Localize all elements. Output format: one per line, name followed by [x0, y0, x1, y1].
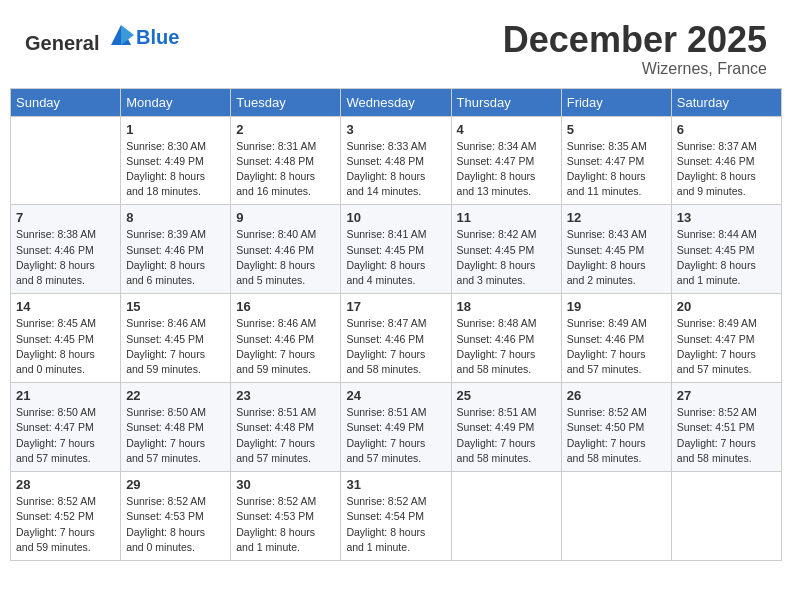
calendar-cell: 19Sunrise: 8:49 AMSunset: 4:46 PMDayligh… — [561, 294, 671, 383]
day-info-line: Sunset: 4:54 PM — [346, 510, 424, 522]
day-info-line: Sunset: 4:46 PM — [346, 333, 424, 345]
day-info-line: and 1 minute. — [236, 541, 300, 553]
day-info-line: and 59 minutes. — [126, 363, 201, 375]
day-number: 20 — [677, 299, 776, 314]
day-info: Sunrise: 8:39 AMSunset: 4:46 PMDaylight:… — [126, 227, 225, 288]
day-number: 14 — [16, 299, 115, 314]
calendar-cell: 10Sunrise: 8:41 AMSunset: 4:45 PMDayligh… — [341, 205, 451, 294]
calendar-cell: 11Sunrise: 8:42 AMSunset: 4:45 PMDayligh… — [451, 205, 561, 294]
day-info: Sunrise: 8:31 AMSunset: 4:48 PMDaylight:… — [236, 139, 335, 200]
day-number: 26 — [567, 388, 666, 403]
day-info: Sunrise: 8:49 AMSunset: 4:47 PMDaylight:… — [677, 316, 776, 377]
day-info-line: Sunset: 4:49 PM — [126, 155, 204, 167]
calendar-cell — [11, 116, 121, 205]
day-info-line: Sunset: 4:46 PM — [457, 333, 535, 345]
day-info-line: Daylight: 7 hours — [236, 437, 315, 449]
day-info-line: and 57 minutes. — [677, 363, 752, 375]
day-info-line: Sunrise: 8:49 AM — [567, 317, 647, 329]
day-info-line: and 1 minute. — [677, 274, 741, 286]
day-info-line: and 13 minutes. — [457, 185, 532, 197]
day-info-line: and 57 minutes. — [126, 452, 201, 464]
day-info: Sunrise: 8:34 AMSunset: 4:47 PMDaylight:… — [457, 139, 556, 200]
day-info-line: and 5 minutes. — [236, 274, 305, 286]
day-info: Sunrise: 8:52 AMSunset: 4:52 PMDaylight:… — [16, 494, 115, 555]
day-info: Sunrise: 8:52 AMSunset: 4:53 PMDaylight:… — [236, 494, 335, 555]
day-number: 27 — [677, 388, 776, 403]
day-info-line: Daylight: 8 hours — [346, 526, 425, 538]
day-number: 31 — [346, 477, 445, 492]
day-info: Sunrise: 8:51 AMSunset: 4:49 PMDaylight:… — [346, 405, 445, 466]
weekday-header: Tuesday — [231, 88, 341, 116]
day-info-line: Sunrise: 8:48 AM — [457, 317, 537, 329]
calendar-cell: 30Sunrise: 8:52 AMSunset: 4:53 PMDayligh… — [231, 472, 341, 561]
day-info-line: and 58 minutes. — [677, 452, 752, 464]
day-info-line: Sunset: 4:51 PM — [677, 421, 755, 433]
day-info-line: Sunrise: 8:50 AM — [126, 406, 206, 418]
day-info-line: and 59 minutes. — [16, 541, 91, 553]
day-info-line: Sunrise: 8:51 AM — [346, 406, 426, 418]
day-info: Sunrise: 8:52 AMSunset: 4:54 PMDaylight:… — [346, 494, 445, 555]
day-info-line: Daylight: 8 hours — [126, 259, 205, 271]
day-info-line: Daylight: 8 hours — [126, 526, 205, 538]
day-info-line: Sunset: 4:45 PM — [126, 333, 204, 345]
weekday-header-row: SundayMondayTuesdayWednesdayThursdayFrid… — [11, 88, 782, 116]
day-info-line: and 57 minutes. — [16, 452, 91, 464]
day-info-line: Sunrise: 8:52 AM — [16, 495, 96, 507]
day-number: 15 — [126, 299, 225, 314]
day-info-line: Daylight: 7 hours — [457, 348, 536, 360]
day-info-line: and 58 minutes. — [567, 452, 642, 464]
day-info-line: Daylight: 7 hours — [126, 437, 205, 449]
calendar-cell: 25Sunrise: 8:51 AMSunset: 4:49 PMDayligh… — [451, 383, 561, 472]
day-info-line: and 16 minutes. — [236, 185, 311, 197]
day-info-line: and 14 minutes. — [346, 185, 421, 197]
day-info-line: Sunrise: 8:46 AM — [126, 317, 206, 329]
day-info-line: Sunset: 4:53 PM — [126, 510, 204, 522]
logo-icon — [106, 20, 136, 50]
calendar-cell: 13Sunrise: 8:44 AMSunset: 4:45 PMDayligh… — [671, 205, 781, 294]
day-info: Sunrise: 8:48 AMSunset: 4:46 PMDaylight:… — [457, 316, 556, 377]
day-info-line: Sunrise: 8:45 AM — [16, 317, 96, 329]
calendar-cell: 20Sunrise: 8:49 AMSunset: 4:47 PMDayligh… — [671, 294, 781, 383]
day-info-line: Daylight: 8 hours — [236, 259, 315, 271]
day-info-line: Sunset: 4:47 PM — [16, 421, 94, 433]
calendar-cell: 26Sunrise: 8:52 AMSunset: 4:50 PMDayligh… — [561, 383, 671, 472]
day-info-line: Daylight: 7 hours — [346, 437, 425, 449]
day-number: 17 — [346, 299, 445, 314]
day-info-line: Sunrise: 8:43 AM — [567, 228, 647, 240]
calendar-table: SundayMondayTuesdayWednesdayThursdayFrid… — [10, 88, 782, 561]
day-number: 25 — [457, 388, 556, 403]
weekday-header: Wednesday — [341, 88, 451, 116]
day-info-line: Sunrise: 8:52 AM — [677, 406, 757, 418]
calendar-week-row: 7Sunrise: 8:38 AMSunset: 4:46 PMDaylight… — [11, 205, 782, 294]
day-number: 22 — [126, 388, 225, 403]
day-info-line: Daylight: 8 hours — [457, 259, 536, 271]
day-info-line: and 0 minutes. — [16, 363, 85, 375]
day-number: 2 — [236, 122, 335, 137]
calendar-cell: 6Sunrise: 8:37 AMSunset: 4:46 PMDaylight… — [671, 116, 781, 205]
day-info-line: Sunrise: 8:50 AM — [16, 406, 96, 418]
day-info-line: Sunset: 4:47 PM — [457, 155, 535, 167]
calendar-cell — [451, 472, 561, 561]
day-info-line: Daylight: 8 hours — [677, 259, 756, 271]
day-number: 10 — [346, 210, 445, 225]
day-info: Sunrise: 8:33 AMSunset: 4:48 PMDaylight:… — [346, 139, 445, 200]
weekday-header: Sunday — [11, 88, 121, 116]
day-info-line: Sunrise: 8:33 AM — [346, 140, 426, 152]
day-info-line: Daylight: 8 hours — [16, 348, 95, 360]
day-info: Sunrise: 8:46 AMSunset: 4:46 PMDaylight:… — [236, 316, 335, 377]
day-info: Sunrise: 8:38 AMSunset: 4:46 PMDaylight:… — [16, 227, 115, 288]
calendar-cell: 8Sunrise: 8:39 AMSunset: 4:46 PMDaylight… — [121, 205, 231, 294]
calendar-cell: 14Sunrise: 8:45 AMSunset: 4:45 PMDayligh… — [11, 294, 121, 383]
day-info-line: and 57 minutes. — [346, 452, 421, 464]
day-info: Sunrise: 8:40 AMSunset: 4:46 PMDaylight:… — [236, 227, 335, 288]
day-number: 8 — [126, 210, 225, 225]
calendar-cell: 3Sunrise: 8:33 AMSunset: 4:48 PMDaylight… — [341, 116, 451, 205]
day-info: Sunrise: 8:45 AMSunset: 4:45 PMDaylight:… — [16, 316, 115, 377]
calendar-cell: 12Sunrise: 8:43 AMSunset: 4:45 PMDayligh… — [561, 205, 671, 294]
day-info-line: Sunset: 4:45 PM — [457, 244, 535, 256]
day-info: Sunrise: 8:52 AMSunset: 4:50 PMDaylight:… — [567, 405, 666, 466]
day-info: Sunrise: 8:37 AMSunset: 4:46 PMDaylight:… — [677, 139, 776, 200]
day-info: Sunrise: 8:30 AMSunset: 4:49 PMDaylight:… — [126, 139, 225, 200]
day-info-line: Sunset: 4:48 PM — [236, 155, 314, 167]
day-info-line: Sunset: 4:47 PM — [677, 333, 755, 345]
